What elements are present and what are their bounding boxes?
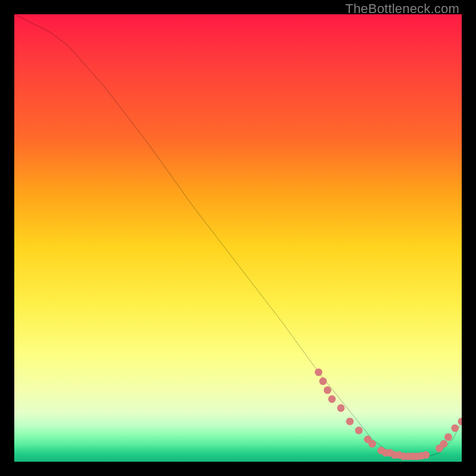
chart-stage: TheBottleneck.com <box>0 0 476 476</box>
plot-area <box>14 14 462 462</box>
heatmap-background <box>14 14 462 462</box>
